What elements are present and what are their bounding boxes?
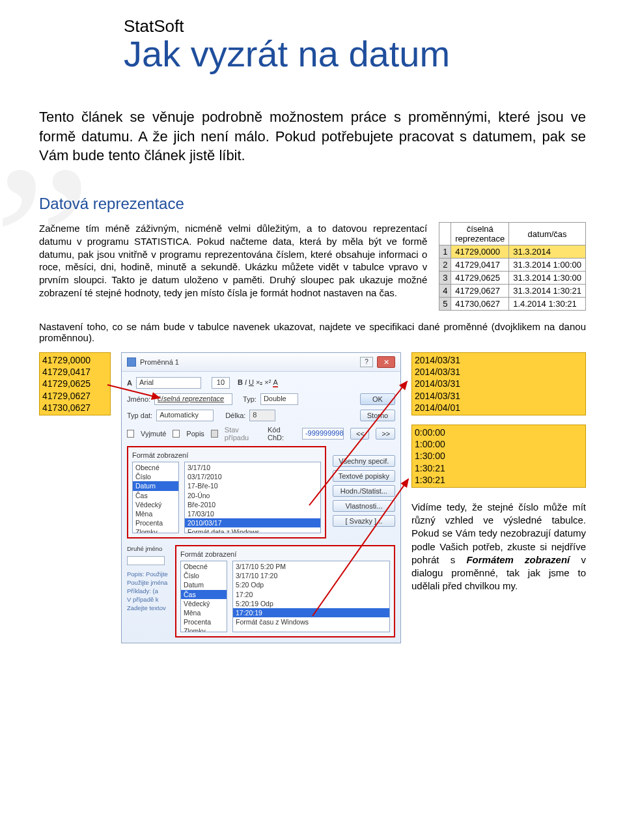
list-item[interactable]: 3/17/10 17:20 bbox=[233, 571, 389, 580]
font-size-select[interactable]: 10 bbox=[212, 377, 230, 389]
variable-dialog: Proměnná 1 ? ✕ A Arial 10 B I U ×₂ ×² bbox=[121, 352, 401, 643]
font-color-button[interactable]: A bbox=[273, 378, 277, 387]
cancel-button[interactable]: Storno bbox=[360, 410, 395, 421]
name-label: Jméno: bbox=[127, 395, 150, 403]
list-item[interactable]: Zlomky bbox=[181, 626, 227, 632]
list-item[interactable]: Datum bbox=[133, 481, 178, 490]
format-listbox-1[interactable]: 3/17/1003/17/201017-Bře-1020-ÚnoBře-2010… bbox=[184, 462, 321, 533]
table-cell: 31.3.2014 1:30:21 bbox=[509, 285, 586, 298]
format-listbox-2[interactable]: 3/17/10 5:20 PM3/17/10 17:205:20 Odp17:2… bbox=[232, 561, 390, 632]
list-item[interactable]: Formát data z Windows bbox=[185, 527, 320, 533]
list-item[interactable]: Formát času z Windows bbox=[233, 617, 389, 626]
category-listbox-1[interactable]: ObecnéČísloDatumČasVědeckýMěnaProcentaZl… bbox=[132, 462, 179, 533]
list-item[interactable]: Obecné bbox=[133, 463, 178, 472]
yellow-line: 41729,0627 bbox=[42, 390, 107, 402]
list-item[interactable]: Vědecký bbox=[181, 599, 227, 608]
page-title: Jak vyzrát na datum bbox=[124, 33, 586, 75]
code-field[interactable]: -999999998 bbox=[302, 428, 344, 440]
yellow-line: 1:30:21 bbox=[415, 462, 583, 474]
dialog-side-button[interactable]: [ Svazky ]... bbox=[333, 515, 395, 527]
italic-button[interactable]: I bbox=[245, 378, 247, 387]
table-cell: 31.3.2014 1:00:00 bbox=[509, 259, 586, 272]
note-paragraph: Vidíme tedy, že stejné číslo může mít rů… bbox=[411, 501, 586, 593]
length-label: Délka: bbox=[225, 412, 245, 419]
list-item[interactable]: 17-Bře-10 bbox=[185, 481, 320, 490]
hint-line: Použijte jména bbox=[127, 579, 170, 586]
list-item[interactable]: 20-Úno bbox=[185, 491, 320, 500]
dialog-side-button[interactable]: Hodn./Statist... bbox=[333, 485, 395, 497]
example-table: číselná reprezentace datum/čas 141729,00… bbox=[439, 222, 586, 311]
yellow-line: 41729,0625 bbox=[42, 378, 107, 389]
ok-button[interactable]: OK bbox=[360, 393, 395, 405]
section-heading: Datová reprezentace bbox=[39, 195, 586, 213]
dialog-side-button[interactable]: Textové popisky bbox=[333, 470, 395, 482]
list-item[interactable]: 17/03/10 bbox=[185, 509, 320, 518]
list-item[interactable]: Měna bbox=[181, 608, 227, 617]
secondname-label: Druhé jméno bbox=[127, 545, 170, 552]
list-item[interactable]: Zlomky bbox=[133, 527, 178, 533]
yellow-line: 1:00:00 bbox=[415, 438, 583, 450]
desc-checkbox[interactable] bbox=[173, 430, 180, 438]
yellow-line: 41729,0417 bbox=[42, 366, 107, 378]
list-item[interactable]: Procenta bbox=[133, 518, 178, 527]
table-header-1: číselná reprezentace bbox=[451, 223, 509, 245]
help-button[interactable]: ? bbox=[360, 357, 373, 367]
format-section-title: Formát zobrazení bbox=[132, 451, 321, 459]
note-em: Formátem zobrazení bbox=[466, 554, 570, 565]
list-item[interactable]: 3/17/10 bbox=[185, 463, 320, 472]
list-item[interactable]: Procenta bbox=[181, 617, 227, 626]
list-item[interactable]: Datum bbox=[181, 580, 227, 589]
list-item[interactable]: 17:20 bbox=[233, 590, 389, 599]
section1-paragraph: Začneme tím méně záživným, nicméně velmi… bbox=[39, 222, 427, 300]
row-num: 1 bbox=[439, 245, 451, 259]
list-item[interactable]: Vědecký bbox=[133, 500, 178, 509]
hint-line: Zadejte textov bbox=[127, 604, 170, 611]
type-select[interactable]: Double bbox=[260, 393, 298, 405]
hint-line: Příklady: (a bbox=[127, 587, 170, 595]
dialog-side-button[interactable]: Všechny specif. bbox=[333, 455, 395, 467]
list-item[interactable]: 17:20:19 bbox=[233, 608, 389, 617]
yellow-line: 2014/03/31 bbox=[415, 390, 583, 402]
prev-button[interactable]: << bbox=[350, 428, 370, 440]
datatype-select[interactable]: Automaticky bbox=[156, 410, 214, 421]
close-button[interactable]: ✕ bbox=[377, 356, 395, 368]
list-item[interactable]: 5:20 Odp bbox=[233, 580, 389, 589]
table-cell: 41729,0417 bbox=[451, 259, 509, 272]
excluded-checkbox[interactable] bbox=[127, 430, 134, 438]
list-item[interactable]: Obecné bbox=[181, 562, 227, 571]
category-listbox-2[interactable]: ObecnéČísloDatumČasVědeckýMěnaProcentaZl… bbox=[180, 561, 227, 632]
list-item[interactable]: Měna bbox=[133, 509, 178, 518]
secondname-field[interactable] bbox=[127, 556, 165, 565]
yellow-line: 2014/04/01 bbox=[415, 402, 583, 413]
underline-button[interactable]: U bbox=[249, 378, 254, 387]
yellow-line: 1:30:21 bbox=[415, 474, 583, 486]
case-label: Stav případu bbox=[225, 426, 261, 441]
superscript-button[interactable]: ×² bbox=[264, 378, 271, 387]
list-item[interactable]: Číslo bbox=[181, 571, 227, 580]
code-label: Kód ChD: bbox=[268, 426, 296, 441]
bold-button[interactable]: B bbox=[238, 378, 243, 387]
table-cell: 41730,0627 bbox=[451, 298, 509, 311]
next-button[interactable]: >> bbox=[376, 428, 395, 440]
yellow-line: 2014/03/31 bbox=[415, 378, 583, 389]
datatype-label: Typ dat: bbox=[127, 412, 152, 419]
table-header-2: datum/čas bbox=[509, 223, 586, 245]
subscript-button[interactable]: ×₂ bbox=[256, 378, 262, 387]
list-item[interactable]: 3/17/10 5:20 PM bbox=[233, 562, 389, 571]
format-section-title-2: Formát zobrazení bbox=[180, 550, 390, 558]
font-name-select[interactable]: Arial bbox=[136, 377, 201, 389]
table-cell: 41729,0627 bbox=[451, 285, 509, 298]
list-item[interactable]: Čas bbox=[181, 590, 227, 599]
list-item[interactable]: Čas bbox=[133, 491, 178, 500]
name-field[interactable]: číselná reprezentace bbox=[154, 393, 232, 405]
hint-line: Popis: Použijte bbox=[127, 570, 170, 578]
dialog-side-button[interactable]: Vlastnosti... bbox=[333, 500, 395, 512]
yellow-line: 2014/03/31 bbox=[415, 366, 583, 378]
yellow-numbers-block: 41729,000041729,041741729,062541729,0627… bbox=[39, 352, 111, 415]
list-item[interactable]: 5:20:19 Odp bbox=[233, 599, 389, 608]
list-item[interactable]: 2010/03/17 bbox=[185, 518, 320, 527]
list-item[interactable]: Číslo bbox=[133, 472, 178, 481]
list-item[interactable]: Bře-2010 bbox=[185, 500, 320, 509]
list-item[interactable]: 03/17/2010 bbox=[185, 472, 320, 481]
excluded-label: Vyjmuté bbox=[141, 430, 166, 438]
